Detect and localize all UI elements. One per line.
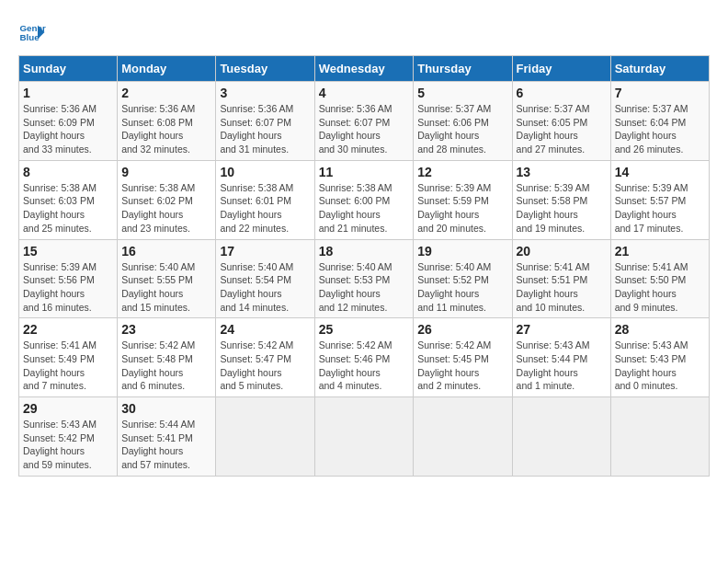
calendar-cell: 6Sunrise: 5:37 AMSunset: 6:05 PMDaylight…: [512, 82, 610, 161]
day-info: Sunrise: 5:36 AMSunset: 6:09 PMDaylight …: [23, 102, 113, 156]
day-number: 23: [121, 322, 211, 337]
day-info: Sunrise: 5:38 AMSunset: 6:01 PMDaylight …: [220, 181, 310, 236]
calendar-cell: 11Sunrise: 5:38 AMSunset: 6:00 PMDayligh…: [314, 160, 414, 239]
page-header: General Blue: [18, 18, 710, 46]
day-number: 24: [220, 322, 310, 337]
calendar-cell: [314, 397, 414, 477]
header-friday: Friday: [512, 56, 610, 82]
header-tuesday: Tuesday: [216, 56, 314, 82]
calendar-cell: 9Sunrise: 5:38 AMSunset: 6:02 PMDaylight…: [118, 160, 216, 239]
day-info: Sunrise: 5:44 AMSunset: 5:41 PMDaylight …: [121, 418, 211, 472]
logo: General Blue: [18, 18, 50, 46]
day-number: 8: [23, 165, 113, 179]
calendar-cell: 7Sunrise: 5:37 AMSunset: 6:04 PMDaylight…: [610, 82, 709, 161]
day-number: 3: [220, 86, 310, 100]
header-sunday: Sunday: [19, 56, 118, 82]
calendar-cell: 17Sunrise: 5:40 AMSunset: 5:54 PMDayligh…: [216, 239, 314, 318]
calendar-cell: [216, 397, 314, 477]
day-info: Sunrise: 5:37 AMSunset: 6:06 PMDaylight …: [417, 102, 507, 156]
calendar-week-row: 22Sunrise: 5:41 AMSunset: 5:49 PMDayligh…: [19, 318, 710, 397]
calendar-cell: 14Sunrise: 5:39 AMSunset: 5:57 PMDayligh…: [610, 160, 709, 239]
day-info: Sunrise: 5:37 AMSunset: 6:04 PMDaylight …: [615, 102, 705, 156]
day-info: Sunrise: 5:40 AMSunset: 5:52 PMDaylight …: [417, 260, 507, 315]
calendar-cell: 23Sunrise: 5:42 AMSunset: 5:48 PMDayligh…: [118, 318, 216, 397]
day-number: 6: [517, 86, 607, 100]
day-number: 25: [319, 322, 410, 337]
day-info: Sunrise: 5:42 AMSunset: 5:48 PMDaylight …: [121, 339, 211, 393]
day-number: 1: [23, 86, 113, 100]
calendar-cell: 5Sunrise: 5:37 AMSunset: 6:06 PMDaylight…: [414, 82, 512, 161]
calendar-cell: 12Sunrise: 5:39 AMSunset: 5:59 PMDayligh…: [414, 160, 512, 239]
day-info: Sunrise: 5:38 AMSunset: 6:00 PMDaylight …: [319, 181, 410, 236]
calendar-cell: 8Sunrise: 5:38 AMSunset: 6:03 PMDaylight…: [19, 160, 118, 239]
calendar-cell: 1Sunrise: 5:36 AMSunset: 6:09 PMDaylight…: [19, 82, 118, 161]
header-thursday: Thursday: [414, 56, 512, 82]
day-number: 7: [615, 86, 705, 100]
day-info: Sunrise: 5:41 AMSunset: 5:50 PMDaylight …: [615, 260, 705, 315]
header-monday: Monday: [118, 56, 216, 82]
day-info: Sunrise: 5:38 AMSunset: 6:02 PMDaylight …: [121, 181, 211, 236]
calendar-cell: 3Sunrise: 5:36 AMSunset: 6:07 PMDaylight…: [216, 82, 314, 161]
calendar-cell: 13Sunrise: 5:39 AMSunset: 5:58 PMDayligh…: [512, 160, 610, 239]
day-number: 5: [417, 86, 507, 100]
calendar-cell: 27Sunrise: 5:43 AMSunset: 5:44 PMDayligh…: [512, 318, 610, 397]
calendar-cell: 24Sunrise: 5:42 AMSunset: 5:47 PMDayligh…: [216, 318, 314, 397]
calendar-cell: 4Sunrise: 5:36 AMSunset: 6:07 PMDaylight…: [314, 82, 414, 161]
day-number: 28: [615, 322, 705, 337]
calendar-cell: [512, 397, 610, 477]
day-info: Sunrise: 5:36 AMSunset: 6:07 PMDaylight …: [220, 102, 310, 156]
calendar-cell: 2Sunrise: 5:36 AMSunset: 6:08 PMDaylight…: [118, 82, 216, 161]
calendar-cell: 10Sunrise: 5:38 AMSunset: 6:01 PMDayligh…: [216, 160, 314, 239]
day-number: 14: [615, 165, 705, 179]
day-number: 11: [319, 165, 410, 179]
calendar-cell: 29Sunrise: 5:43 AMSunset: 5:42 PMDayligh…: [19, 397, 118, 477]
day-info: Sunrise: 5:39 AMSunset: 5:59 PMDaylight …: [417, 181, 507, 236]
calendar-week-row: 1Sunrise: 5:36 AMSunset: 6:09 PMDaylight…: [19, 82, 710, 161]
calendar-week-row: 29Sunrise: 5:43 AMSunset: 5:42 PMDayligh…: [19, 397, 710, 477]
day-info: Sunrise: 5:42 AMSunset: 5:46 PMDaylight …: [319, 339, 410, 393]
day-number: 19: [417, 244, 507, 259]
day-info: Sunrise: 5:42 AMSunset: 5:45 PMDaylight …: [417, 339, 507, 393]
day-number: 27: [517, 322, 607, 337]
day-number: 30: [121, 401, 211, 416]
day-info: Sunrise: 5:39 AMSunset: 5:56 PMDaylight …: [23, 260, 113, 315]
calendar-cell: 25Sunrise: 5:42 AMSunset: 5:46 PMDayligh…: [314, 318, 414, 397]
header-saturday: Saturday: [610, 56, 709, 82]
calendar-cell: 28Sunrise: 5:43 AMSunset: 5:43 PMDayligh…: [610, 318, 709, 397]
calendar-cell: 30Sunrise: 5:44 AMSunset: 5:41 PMDayligh…: [118, 397, 216, 477]
day-number: 4: [319, 86, 410, 100]
day-info: Sunrise: 5:43 AMSunset: 5:44 PMDaylight …: [517, 339, 607, 393]
day-number: 17: [220, 244, 310, 259]
day-info: Sunrise: 5:36 AMSunset: 6:07 PMDaylight …: [319, 102, 410, 156]
day-number: 15: [23, 244, 113, 259]
day-info: Sunrise: 5:37 AMSunset: 6:05 PMDaylight …: [517, 102, 607, 156]
day-number: 12: [417, 165, 507, 179]
day-number: 2: [121, 86, 211, 100]
calendar-body: 1Sunrise: 5:36 AMSunset: 6:09 PMDaylight…: [19, 82, 710, 477]
logo-icon: General Blue: [18, 18, 46, 46]
day-info: Sunrise: 5:43 AMSunset: 5:42 PMDaylight …: [23, 418, 113, 472]
calendar-cell: [414, 397, 512, 477]
day-info: Sunrise: 5:36 AMSunset: 6:08 PMDaylight …: [121, 102, 211, 156]
calendar-cell: 26Sunrise: 5:42 AMSunset: 5:45 PMDayligh…: [414, 318, 512, 397]
day-number: 16: [121, 244, 211, 259]
day-number: 21: [615, 244, 705, 259]
day-info: Sunrise: 5:40 AMSunset: 5:54 PMDaylight …: [220, 260, 310, 315]
day-info: Sunrise: 5:43 AMSunset: 5:43 PMDaylight …: [615, 339, 705, 393]
day-number: 26: [417, 322, 507, 337]
header-wednesday: Wednesday: [314, 56, 414, 82]
calendar-cell: 21Sunrise: 5:41 AMSunset: 5:50 PMDayligh…: [610, 239, 709, 318]
day-info: Sunrise: 5:40 AMSunset: 5:55 PMDaylight …: [121, 260, 211, 315]
day-number: 10: [220, 165, 310, 179]
day-number: 13: [517, 165, 607, 179]
svg-text:Blue: Blue: [20, 32, 40, 42]
day-number: 29: [23, 401, 113, 416]
calendar-table: SundayMondayTuesdayWednesdayThursdayFrid…: [18, 55, 710, 477]
calendar-cell: [610, 397, 709, 477]
calendar-cell: 15Sunrise: 5:39 AMSunset: 5:56 PMDayligh…: [19, 239, 118, 318]
day-number: 20: [517, 244, 607, 259]
calendar-cell: 16Sunrise: 5:40 AMSunset: 5:55 PMDayligh…: [118, 239, 216, 318]
calendar-week-row: 15Sunrise: 5:39 AMSunset: 5:56 PMDayligh…: [19, 239, 710, 318]
day-number: 18: [319, 244, 410, 259]
calendar-cell: 20Sunrise: 5:41 AMSunset: 5:51 PMDayligh…: [512, 239, 610, 318]
